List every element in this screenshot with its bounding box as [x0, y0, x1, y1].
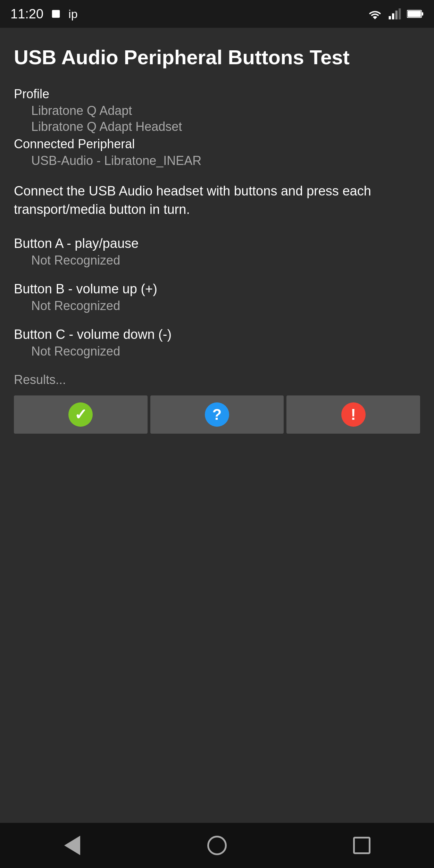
status-right	[367, 8, 424, 20]
profile-item-2: Libratone Q Adapt Headset	[14, 119, 420, 134]
pass-button[interactable]: ✓	[14, 395, 148, 434]
status-bar: 11:20 ip	[0, 0, 434, 28]
connected-peripheral-value: USB-Audio - Libratone_INEAR	[14, 153, 420, 168]
status-left: 11:20 ip	[10, 7, 78, 22]
svg-rect-3	[399, 8, 401, 19]
battery-icon	[407, 9, 424, 19]
exclamation-icon: !	[341, 402, 366, 427]
connected-peripheral-label: Connected Peripheral	[14, 137, 420, 151]
button-c-entry: Button C - volume down (-) Not Recognize…	[14, 327, 420, 359]
signal-icon	[388, 8, 401, 20]
back-button[interactable]	[57, 830, 88, 861]
svg-rect-1	[392, 13, 394, 19]
button-b-entry: Button B - volume up (+) Not Recognized	[14, 282, 420, 313]
button-b-label: Button B - volume up (+)	[14, 282, 420, 297]
status-ip-label: ip	[68, 7, 77, 21]
home-button[interactable]	[201, 830, 233, 861]
button-c-label: Button C - volume down (-)	[14, 327, 420, 342]
profile-item-1: Libratone Q Adapt	[14, 103, 420, 118]
page-title: USB Audio Peripheral Buttons Test	[14, 45, 420, 69]
back-icon	[64, 836, 80, 855]
checkmark-icon: ✓	[68, 402, 93, 427]
nav-bar	[0, 823, 434, 868]
button-a-label: Button A - play/pause	[14, 236, 420, 251]
question-icon: ?	[205, 402, 229, 427]
svg-rect-6	[408, 11, 421, 17]
button-b-status: Not Recognized	[14, 299, 420, 313]
svg-rect-0	[389, 16, 391, 19]
profile-label: Profile	[14, 87, 420, 101]
instructions-text: Connect the USB Audio headset with butto…	[14, 182, 420, 219]
button-a-status: Not Recognized	[14, 253, 420, 268]
status-time: 11:20	[10, 7, 43, 22]
home-icon	[207, 836, 227, 855]
action-buttons-row: ✓ ? !	[14, 395, 420, 434]
svg-rect-2	[395, 11, 398, 19]
svg-rect-5	[422, 12, 423, 16]
recents-button[interactable]	[346, 830, 377, 861]
button-c-status: Not Recognized	[14, 344, 420, 359]
wifi-icon	[367, 8, 383, 20]
button-a-entry: Button A - play/pause Not Recognized	[14, 236, 420, 268]
main-content: USB Audio Peripheral Buttons Test Profil…	[0, 28, 434, 823]
photo-icon	[50, 9, 62, 19]
results-label: Results...	[14, 373, 420, 387]
unknown-button[interactable]: ?	[150, 395, 284, 434]
fail-button[interactable]: !	[286, 395, 420, 434]
recents-icon	[353, 837, 370, 854]
